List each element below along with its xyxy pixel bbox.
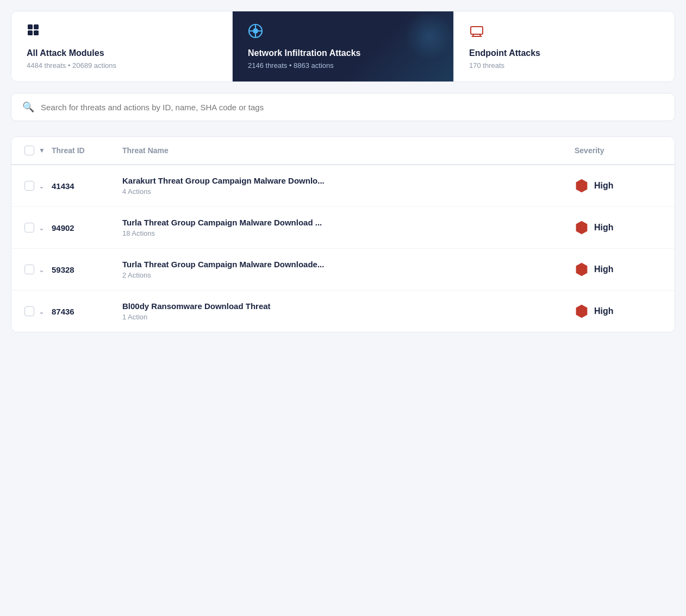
attack-module-cards: All Attack Modules4484 threats • 20689 a… [11,11,675,82]
svg-rect-3 [34,30,39,35]
row-id-1: 94902 [52,223,122,232]
header-check-col: ▼ [24,146,52,155]
all-attack-subtitle: 4484 threats • 20689 actions [27,61,217,70]
search-icon: 🔍 [22,101,34,113]
row-id-0: 41434 [52,181,122,191]
table-header: ▼ Threat ID Threat Name Severity [11,137,675,165]
search-input[interactable] [41,103,664,112]
row-expand-icon-1[interactable]: ⌄ [39,224,45,232]
threats-table: ▼ Threat ID Threat Name Severity ⌄ 41434… [11,136,675,332]
row-actions-1: 18 Actions [122,229,575,237]
row-threat-name-2: Turla Threat Group Campaign Malware Down… [122,260,575,269]
svg-marker-15 [576,263,588,276]
severity-label-2: High [594,265,614,274]
col-header-severity: Severity [575,146,662,155]
row-severity-1: High [575,221,662,235]
row-threat-name-1: Turla Threat Group Campaign Malware Down… [122,218,575,227]
row-checkbox-0[interactable] [24,181,34,191]
row-check-3: ⌄ [24,306,52,316]
svg-marker-16 [576,305,588,318]
row-check-2: ⌄ [24,265,52,274]
severity-hex-icon-3 [575,304,589,318]
network-infiltration-subtitle: 2146 threats • 8863 actions [248,61,438,70]
row-severity-0: High [575,179,662,193]
row-actions-3: 1 Action [122,313,575,321]
card-all-attack[interactable]: All Attack Modules4484 threats • 20689 a… [11,11,233,81]
row-severity-3: High [575,304,662,318]
all-attack-icon [27,23,217,41]
severity-hex-icon-2 [575,262,589,276]
svg-marker-14 [576,221,588,234]
svg-rect-11 [471,27,483,34]
row-actions-0: 4 Actions [122,187,575,196]
row-actions-2: 2 Actions [122,271,575,279]
col-header-threat-id: Threat ID [52,146,122,155]
row-expand-icon-3[interactable]: ⌄ [39,307,45,316]
endpoint-attacks-title: Endpoint Attacks [469,48,659,58]
row-id-2: 59328 [52,265,122,274]
svg-rect-0 [28,24,33,29]
row-id-3: 87436 [52,307,122,316]
row-checkbox-3[interactable] [24,306,34,316]
all-attack-title: All Attack Modules [27,48,217,58]
severity-label-0: High [594,181,614,191]
row-check-1: ⌄ [24,223,52,232]
table-row[interactable]: ⌄ 59328 Turla Threat Group Campaign Malw… [11,249,675,291]
svg-rect-1 [34,24,39,29]
severity-hex-icon-1 [575,221,589,235]
row-name-block-3: Bl00dy Ransomware Download Threat 1 Acti… [122,301,575,321]
header-dropdown-icon[interactable]: ▼ [39,147,45,154]
card-network-infiltration[interactable]: Network Infiltration Attacks2146 threats… [233,11,454,81]
row-name-block-1: Turla Threat Group Campaign Malware Down… [122,218,575,237]
network-infiltration-icon [248,23,438,41]
row-threat-name-0: Karakurt Threat Group Campaign Malware D… [122,176,575,185]
severity-label-1: High [594,223,614,232]
endpoint-attacks-icon [469,23,659,41]
card-endpoint-attacks[interactable]: Endpoint Attacks170 threats [454,11,675,81]
svg-marker-13 [576,179,588,192]
row-severity-2: High [575,262,662,276]
col-header-threat-name: Threat Name [122,146,575,155]
severity-hex-icon-0 [575,179,589,193]
severity-label-3: High [594,306,614,316]
endpoint-attacks-subtitle: 170 threats [469,61,659,70]
table-body: ⌄ 41434 Karakurt Threat Group Campaign M… [11,165,675,332]
search-bar: 🔍 [11,93,675,121]
row-name-block-2: Turla Threat Group Campaign Malware Down… [122,260,575,279]
row-threat-name-3: Bl00dy Ransomware Download Threat [122,301,575,311]
row-name-block-0: Karakurt Threat Group Campaign Malware D… [122,176,575,196]
table-row[interactable]: ⌄ 94902 Turla Threat Group Campaign Malw… [11,207,675,249]
header-checkbox[interactable] [24,146,34,155]
network-infiltration-title: Network Infiltration Attacks [248,48,438,58]
row-checkbox-2[interactable] [24,265,34,274]
row-expand-icon-0[interactable]: ⌄ [39,182,45,190]
row-expand-icon-2[interactable]: ⌄ [39,266,45,274]
row-checkbox-1[interactable] [24,223,34,232]
table-row[interactable]: ⌄ 41434 Karakurt Threat Group Campaign M… [11,165,675,207]
svg-rect-2 [28,30,33,35]
table-row[interactable]: ⌄ 87436 Bl00dy Ransomware Download Threa… [11,291,675,332]
row-check-0: ⌄ [24,181,52,191]
